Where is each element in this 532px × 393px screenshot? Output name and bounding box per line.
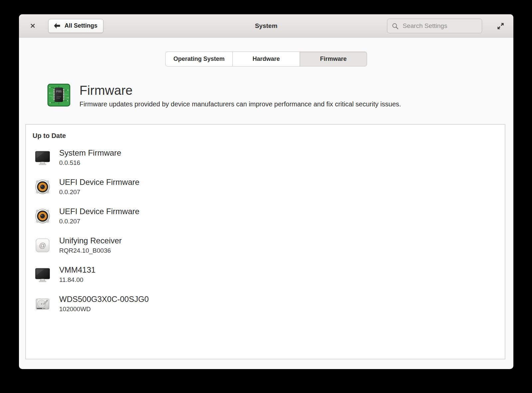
- section-header-up-to-date: Up to Date: [33, 132, 498, 140]
- drive-icon: [35, 296, 51, 312]
- firmware-list-item[interactable]: WDS500G3X0C-00SJG0 102000WD: [33, 291, 498, 317]
- firmware-list-item[interactable]: VMM4131 11.84.00: [33, 261, 498, 288]
- firmware-list-item[interactable]: Unifying Receiver RQR24.10_B0036: [33, 232, 498, 258]
- firmware-item-text: UEFI Device Firmware 0.0.207: [59, 177, 139, 196]
- keyboard-key-icon: [35, 237, 51, 253]
- firmware-name: UEFI Device Firmware: [59, 206, 139, 216]
- headerbar: All Settings System: [19, 14, 513, 38]
- page-header-text: Firmware Firmware updates provided by de…: [79, 83, 401, 108]
- firmware-name: UEFI Device Firmware: [59, 177, 139, 187]
- firmware-list: System Firmware 0.0.516 UEFI Device Firm…: [33, 144, 498, 317]
- tab-hardware[interactable]: Hardware: [232, 52, 300, 66]
- resize-expand-icon: [496, 22, 505, 31]
- monitor-icon: [35, 267, 51, 283]
- firmware-version: RQR24.10_B0036: [59, 246, 122, 255]
- back-arrow-icon: [53, 22, 61, 30]
- firmware-list-item[interactable]: UEFI Device Firmware 0.0.207: [33, 203, 498, 229]
- content-area: Operating System Hardware Firmware Firmw…: [19, 52, 513, 359]
- firmware-item-text: UEFI Device Firmware 0.0.207: [59, 206, 139, 225]
- settings-window: All Settings System Operating System: [19, 14, 513, 369]
- firmware-version: 11.84.00: [59, 276, 95, 284]
- maximize-button[interactable]: [494, 20, 507, 32]
- search-field[interactable]: [387, 19, 482, 33]
- firmware-item-text: System Firmware 0.0.516: [59, 148, 121, 167]
- firmware-list-item[interactable]: System Firmware 0.0.516: [33, 144, 498, 171]
- close-icon: [30, 23, 36, 29]
- firmware-list-panel: Up to Date System Firmware 0.0.516 UEFI …: [25, 124, 505, 359]
- firmware-version: 0.0.207: [59, 188, 139, 196]
- all-settings-button[interactable]: All Settings: [48, 19, 103, 33]
- firmware-item-text: VMM4131 11.84.00: [59, 265, 95, 284]
- page-title: Firmware: [79, 83, 401, 98]
- firmware-name: WDS500G3X0C-00SJG0: [59, 294, 149, 304]
- firmware-version: 102000WD: [59, 305, 149, 313]
- page-header: Firmware Firmware updates provided by de…: [47, 83, 505, 108]
- firmware-name: VMM4131: [59, 265, 95, 275]
- firmware-name: Unifying Receiver: [59, 236, 122, 246]
- all-settings-label: All Settings: [65, 22, 97, 29]
- firmware-item-text: WDS500G3X0C-00SJG0 102000WD: [59, 294, 149, 313]
- firmware-chip-icon: [47, 83, 71, 107]
- monitor-icon: [35, 150, 51, 166]
- firmware-list-item[interactable]: UEFI Device Firmware 0.0.207: [33, 174, 498, 200]
- firmware-name: System Firmware: [59, 148, 121, 158]
- speaker-icon: [35, 179, 51, 195]
- tab-firmware[interactable]: Firmware: [300, 52, 367, 66]
- desktop-background: All Settings System Operating System: [0, 0, 532, 393]
- firmware-version: 0.0.516: [59, 159, 121, 167]
- search-icon: [391, 22, 399, 30]
- window-title: System: [255, 22, 278, 30]
- tab-operating-system[interactable]: Operating System: [165, 52, 233, 66]
- firmware-item-text: Unifying Receiver RQR24.10_B0036: [59, 236, 122, 255]
- search-input[interactable]: [402, 22, 478, 30]
- firmware-version: 0.0.207: [59, 217, 139, 225]
- page-description: Firmware updates provided by device manu…: [79, 100, 401, 108]
- speaker-icon: [35, 208, 51, 224]
- close-button[interactable]: [27, 20, 38, 32]
- tab-bar: Operating System Hardware Firmware: [19, 52, 513, 66]
